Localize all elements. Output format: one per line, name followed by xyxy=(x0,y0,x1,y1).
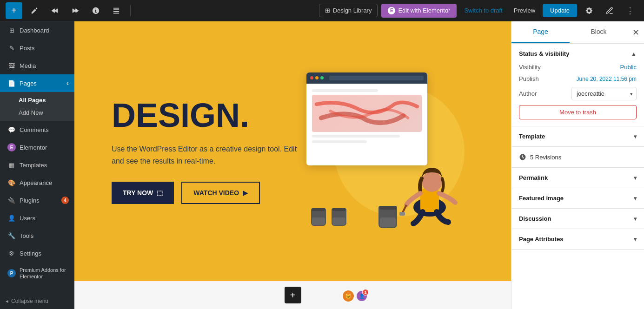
sidebar-item-pages-label: Pages xyxy=(20,80,37,87)
canvas-buttons: TRY NOW ⬚ WATCH VIDEO ▶ xyxy=(112,182,297,204)
bucket-2 xyxy=(332,208,346,226)
posts-icon: ✎ xyxy=(7,44,16,52)
collaborator-avatars: 🐱 1 👤 xyxy=(342,289,367,302)
page-attributes-chevron-icon: ▾ xyxy=(634,236,637,243)
canvas-content: DESIGN. Use the WordPress Editor as a cr… xyxy=(74,21,511,281)
author-select[interactable]: joecreattie xyxy=(571,87,637,100)
sidebar-item-users[interactable]: 👤 Users xyxy=(0,209,74,227)
discussion-chevron-icon: ▾ xyxy=(634,216,637,222)
person-illustration xyxy=(395,147,469,230)
more-options-button[interactable]: ⋮ xyxy=(622,2,638,19)
tab-page[interactable]: Page xyxy=(511,21,570,43)
sidebar-item-templates-label: Templates xyxy=(20,162,47,169)
revisions-clock-icon xyxy=(519,153,526,161)
bucket-1 xyxy=(311,208,326,226)
section-discussion: Discussion ▾ xyxy=(511,209,644,229)
redo-icon xyxy=(71,7,80,15)
top-toolbar: + ⊞ Design Library E Edit with Elementor… xyxy=(0,0,644,21)
sidebar-sub-all-pages[interactable]: All Pages xyxy=(0,94,74,106)
revisions-row[interactable]: 5 Revisions xyxy=(511,147,644,167)
edit-mode-button[interactable] xyxy=(26,2,43,19)
tab-block[interactable]: Block xyxy=(570,21,628,43)
status-section-body: Visibility Public Publish June 20, 2022 … xyxy=(511,64,644,126)
elementor-circle-icon: E xyxy=(388,7,395,14)
sidebar-item-elementor-label: Elementor xyxy=(20,144,47,151)
sidebar-item-tools[interactable]: 🔧 Tools xyxy=(0,227,74,244)
preview-button[interactable]: Preview xyxy=(510,4,539,17)
info-button[interactable] xyxy=(87,2,104,19)
collapse-label: Collapse menu xyxy=(11,298,48,304)
appearance-icon: 🎨 xyxy=(7,178,16,187)
sidebar-item-tools-label: Tools xyxy=(20,232,33,239)
try-now-button[interactable]: TRY NOW ⬚ xyxy=(112,182,174,204)
page-attributes-section-header[interactable]: Page Attributes ▾ xyxy=(511,229,644,249)
featured-image-chevron-icon: ▾ xyxy=(634,195,637,202)
sidebar-item-users-label: Users xyxy=(20,215,35,222)
watch-video-button[interactable]: WATCH VIDEO ▶ xyxy=(181,182,260,204)
visibility-value[interactable]: Public xyxy=(620,64,637,71)
panel-close-button[interactable]: ✕ xyxy=(628,21,644,43)
canvas-area: DESIGN. Use the WordPress Editor as a cr… xyxy=(74,21,511,309)
sidebar-item-dashboard[interactable]: ⊞ Dashboard xyxy=(0,21,74,39)
canvas-illustration xyxy=(297,68,474,235)
sidebar: ⊞ Dashboard ✎ Posts 🖼 Media 📄 Pages ‹ Al… xyxy=(0,21,74,309)
revisions-label: 5 Revisions xyxy=(530,154,561,161)
sidebar-item-posts-label: Posts xyxy=(20,45,35,52)
featured-image-section-header[interactable]: Featured image ▾ xyxy=(511,188,644,208)
sidebar-item-templates[interactable]: ▦ Templates xyxy=(0,156,74,174)
sidebar-item-appearance-label: Appearance xyxy=(20,179,52,186)
edit-elementor-button[interactable]: E Edit with Elementor xyxy=(381,4,457,18)
plugins-icon: 🔌 xyxy=(7,196,16,204)
sidebar-item-elementor[interactable]: E Elementor xyxy=(0,138,74,156)
discussion-section-header[interactable]: Discussion ▾ xyxy=(511,209,644,229)
canvas-description: Use the WordPress Editor as a creative d… xyxy=(112,143,297,167)
info-icon xyxy=(92,7,100,15)
add-block-bottom-button[interactable]: + xyxy=(285,287,301,303)
customize-button[interactable] xyxy=(601,2,618,19)
main-area: ⊞ Dashboard ✎ Posts 🖼 Media 📄 Pages ‹ Al… xyxy=(0,21,644,309)
edit-elementor-label: Edit with Elementor xyxy=(398,7,450,14)
move-to-trash-button[interactable]: Move to trash xyxy=(519,105,637,119)
publish-row: Publish June 20, 2022 11:56 pm xyxy=(519,75,637,82)
settings-button[interactable] xyxy=(581,2,598,19)
template-section-title: Template xyxy=(519,133,545,140)
collapse-menu-button[interactable]: ◂ Collapse menu xyxy=(0,293,74,309)
svg-rect-4 xyxy=(399,212,405,216)
sidebar-item-plugins[interactable]: 🔌 Plugins 4 xyxy=(0,191,74,209)
sidebar-item-posts[interactable]: ✎ Posts xyxy=(0,39,74,57)
section-status-header[interactable]: Status & visibility ▲ xyxy=(511,44,644,64)
dashboard-icon: ⊞ xyxy=(7,26,16,34)
customize-icon xyxy=(605,7,614,15)
sidebar-item-premium[interactable]: P Premium Addons for Elementor xyxy=(0,262,74,285)
switch-to-draft-button[interactable]: Switch to draft xyxy=(460,4,506,17)
sidebar-item-premium-label: Premium Addons for Elementor xyxy=(20,267,69,280)
canvas-heading: DESIGN. xyxy=(112,99,297,132)
design-library-button[interactable]: ⊞ Design Library xyxy=(319,4,378,17)
paint-buckets xyxy=(311,208,346,226)
redo-button[interactable] xyxy=(67,2,84,19)
sidebar-item-appearance[interactable]: 🎨 Appearance xyxy=(0,174,74,191)
panel-tabs: Page Block ✕ xyxy=(511,21,644,44)
pages-icon: 📄 xyxy=(7,79,16,87)
discussion-section-title: Discussion xyxy=(519,215,551,222)
sidebar-item-settings[interactable]: ⚙ Settings xyxy=(0,244,74,262)
template-section-header[interactable]: Template ▾ xyxy=(511,126,644,146)
avatar-1: 🐱 xyxy=(342,289,355,302)
permalink-section-header[interactable]: Permalink ▾ xyxy=(511,168,644,188)
undo-button[interactable] xyxy=(46,2,63,19)
sidebar-item-media[interactable]: 🖼 Media xyxy=(0,57,74,74)
comments-icon: 💬 xyxy=(7,125,16,134)
update-button[interactable]: Update xyxy=(543,4,577,17)
publish-value[interactable]: June 20, 2022 11:56 pm xyxy=(577,76,637,82)
external-link-icon: ⬚ xyxy=(157,189,163,197)
sidebar-item-comments[interactable]: 💬 Comments xyxy=(0,121,74,138)
design-library-icon: ⊞ xyxy=(325,7,330,14)
add-block-button[interactable]: + xyxy=(6,2,22,19)
sidebar-item-pages[interactable]: 📄 Pages ‹ xyxy=(0,74,74,92)
sidebar-sub-add-new[interactable]: Add New xyxy=(0,106,74,119)
browser-dot-green xyxy=(320,76,324,79)
canvas-text-block: DESIGN. Use the WordPress Editor as a cr… xyxy=(112,99,297,204)
watch-video-label: WATCH VIDEO xyxy=(193,189,239,197)
list-view-button[interactable] xyxy=(108,2,125,19)
move-trash-wrapper: Move to trash xyxy=(519,105,637,119)
